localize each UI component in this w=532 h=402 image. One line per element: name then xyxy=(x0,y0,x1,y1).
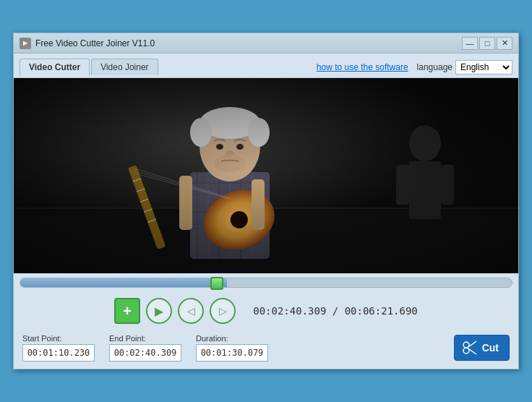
set-start-button[interactable]: ◁ xyxy=(178,298,204,324)
svg-point-42 xyxy=(463,348,469,354)
duration-input[interactable] xyxy=(196,344,268,362)
play-button[interactable]: ▶ xyxy=(146,298,172,324)
end-point-group: End Point: xyxy=(109,334,181,362)
start-point-input[interactable] xyxy=(22,344,95,362)
window-controls: — □ ✕ xyxy=(462,37,512,50)
points-bar: Start Point: End Point: Duration: Cut xyxy=(14,330,518,369)
cut-button[interactable]: Cut xyxy=(454,335,510,361)
controls-bar: + ▶ ◁ ▷ 00:02:40.309 / 00:06:21.690 xyxy=(14,292,518,330)
svg-rect-40 xyxy=(14,78,518,273)
duration-group: Duration: xyxy=(196,334,268,362)
svg-point-41 xyxy=(463,342,469,348)
title-bar: ▶ Free Video Cutter Joiner V11.0 — □ ✕ xyxy=(14,33,518,54)
seek-area xyxy=(14,273,518,292)
window-title: Free Video Cutter Joiner V11.0 xyxy=(35,38,462,48)
add-file-button[interactable]: + xyxy=(114,298,140,324)
seek-progress xyxy=(20,278,227,287)
start-point-group: Start Point: xyxy=(22,334,95,362)
video-player xyxy=(14,78,518,273)
seek-thumb[interactable] xyxy=(210,277,223,290)
set-end-button[interactable]: ▷ xyxy=(210,298,236,324)
tab-video-joiner[interactable]: Video Joiner xyxy=(91,59,158,75)
cut-label: Cut xyxy=(482,342,499,354)
scissors-icon xyxy=(462,340,478,356)
tabs-bar: Video Cutter Video Joiner how to use the… xyxy=(14,54,518,78)
language-select[interactable]: English Chinese Spanish French German Ja… xyxy=(455,60,512,74)
end-point-label: End Point: xyxy=(109,334,181,343)
svg-line-43 xyxy=(468,341,476,347)
start-point-label: Start Point: xyxy=(22,334,95,343)
duration-label: Duration: xyxy=(196,334,268,343)
time-display: 00:02:40.309 / 00:06:21.690 xyxy=(253,305,418,317)
how-to-link[interactable]: how to use the software xyxy=(317,62,408,72)
maximize-button[interactable]: □ xyxy=(479,37,495,50)
minimize-button[interactable]: — xyxy=(462,37,478,50)
app-icon: ▶ xyxy=(20,38,31,49)
seek-track[interactable] xyxy=(20,278,512,288)
close-button[interactable]: ✕ xyxy=(497,37,512,50)
end-point-input[interactable] xyxy=(109,344,181,362)
svg-line-44 xyxy=(468,349,476,355)
tab-video-cutter[interactable]: Video Cutter xyxy=(20,59,90,76)
language-label: language xyxy=(417,62,452,72)
main-window: ▶ Free Video Cutter Joiner V11.0 — □ ✕ V… xyxy=(13,33,519,369)
